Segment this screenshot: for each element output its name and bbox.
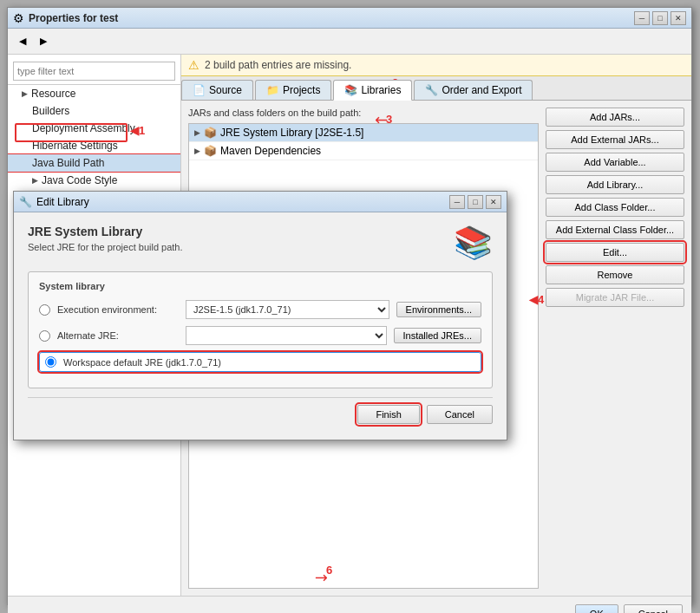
alt-jre-row: Alternate JRE: Installed JREs... <box>39 326 481 345</box>
exec-env-label: Execution environment: <box>57 304 179 315</box>
system-library-group: System library Execution environment: J2… <box>28 271 493 388</box>
dialog-title-bar: 🔧 Edit Library ─ □ ✕ <box>14 192 507 212</box>
dialog-close-button[interactable]: ✕ <box>486 195 501 209</box>
edit-library-dialog: 🔧 Edit Library ─ □ ✕ JRE System Library … <box>13 191 507 440</box>
exec-env-radio[interactable] <box>39 304 50 316</box>
alt-jre-radio[interactable] <box>39 330 50 342</box>
exec-env-combo[interactable]: J2SE-1.5 (jdk1.7.0_71) <box>186 300 389 319</box>
dialog-title-icon: 🔧 <box>19 196 32 208</box>
exec-env-row: Execution environment: J2SE-1.5 (jdk1.7.… <box>39 300 481 319</box>
dialog-header: JRE System Library Select JRE for the pr… <box>28 225 493 261</box>
workspace-default-radio[interactable] <box>45 356 56 368</box>
dialog-subtitle: Select JRE for the project build path. <box>28 242 183 252</box>
finish-button[interactable]: Finish <box>357 405 419 424</box>
dialog-maximize-button[interactable]: □ <box>468 195 483 209</box>
environments-button[interactable]: Environments... <box>396 302 481 317</box>
dialog-library-icon: 📚 <box>454 225 493 261</box>
dialog-minimize-button[interactable]: ─ <box>449 195 465 209</box>
installed-jres-button[interactable]: Installed JREs... <box>394 328 481 343</box>
dialog-bottom: Finish Cancel <box>28 397 493 427</box>
workspace-default-label: Workspace default JRE (jdk1.7.0_71) <box>63 357 221 368</box>
alt-jre-combo[interactable] <box>186 326 387 345</box>
group-label: System library <box>39 281 481 291</box>
dialog-title-text: Edit Library <box>36 196 89 208</box>
workspace-default-row: Workspace default JRE (jdk1.7.0_71) <box>39 352 481 372</box>
dialog-content: JRE System Library Select JRE for the pr… <box>14 212 507 440</box>
alt-jre-label: Alternate JRE: <box>57 330 179 341</box>
dialog-overlay: 🔧 Edit Library ─ □ ✕ JRE System Library … <box>0 0 700 613</box>
dialog-heading: JRE System Library <box>28 225 183 238</box>
dialog-cancel-button[interactable]: Cancel <box>427 405 493 424</box>
